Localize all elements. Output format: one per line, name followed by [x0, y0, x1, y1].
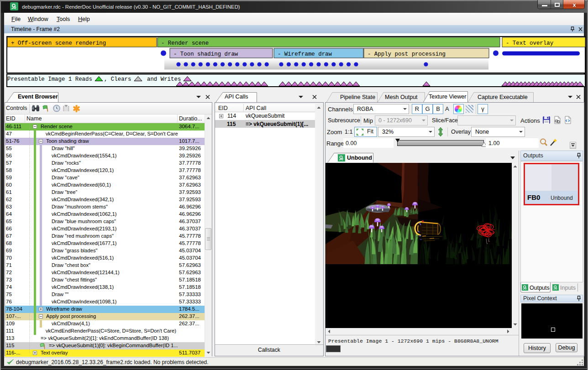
- svg-text:and Writes: and Writes: [147, 76, 181, 83]
- svg-text:- Toon shading draw: - Toon shading draw: [173, 51, 238, 57]
- svg-text:, Clears: , Clears: [104, 76, 131, 83]
- svg-text:- Apply post processing: - Apply post processing: [368, 51, 446, 57]
- svg-text:- Text overlay: - Text overlay: [506, 40, 554, 47]
- svg-text:- Render scene: - Render scene: [161, 40, 209, 47]
- svg-text:+ Off-screen scene rendering: + Off-screen scene rendering: [11, 40, 106, 47]
- svg-text:- Wireframe draw: - Wireframe draw: [278, 51, 332, 57]
- svg-text:Presentable Image 1 Reads: Presentable Image 1 Reads: [7, 76, 92, 83]
